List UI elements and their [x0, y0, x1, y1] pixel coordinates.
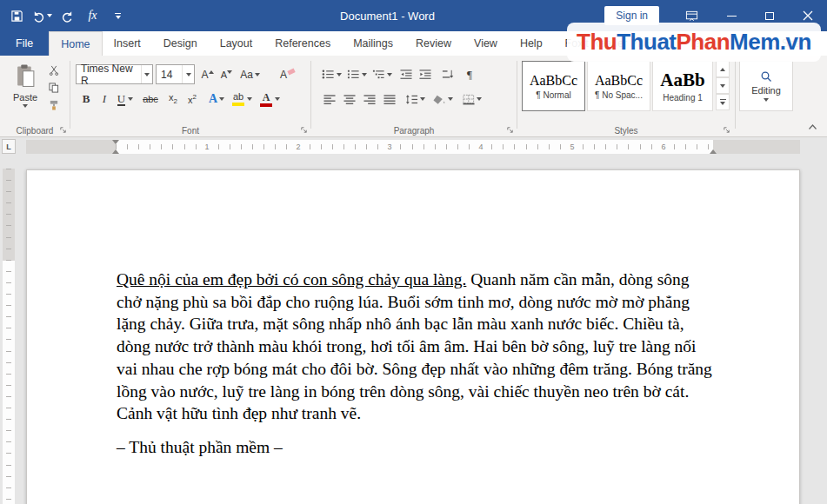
clipboard-dialog-launcher[interactable]: [57, 124, 68, 135]
align-right-button[interactable]: [360, 90, 378, 108]
tab-review[interactable]: Review: [404, 31, 463, 56]
maximize-icon: [765, 12, 774, 20]
numbering-button[interactable]: [345, 65, 369, 83]
font-color-button[interactable]: A: [257, 89, 283, 109]
justify-icon: [383, 94, 396, 105]
ruler-number: 4: [477, 142, 484, 152]
styles-gallery-more-button[interactable]: [716, 94, 730, 110]
tab-view[interactable]: View: [463, 31, 509, 56]
subscript-button[interactable]: x2: [164, 90, 182, 108]
tab-insert[interactable]: Insert: [103, 31, 152, 56]
bullets-button[interactable]: [320, 65, 343, 83]
shading-button[interactable]: [431, 90, 455, 108]
copy-icon: [49, 83, 59, 93]
left-indent-marker[interactable]: [112, 149, 119, 154]
text-effects-button[interactable]: A: [207, 90, 226, 108]
tab-file[interactable]: File: [0, 31, 49, 56]
ruler-number: 3: [385, 142, 393, 152]
font-size-value: 14: [161, 69, 172, 81]
line-spacing-button[interactable]: [403, 90, 426, 108]
show-paragraph-marks-button[interactable]: ¶: [461, 65, 478, 83]
ruler-number: 5: [568, 142, 576, 152]
redo-icon: [61, 10, 74, 23]
format-painter-button[interactable]: [45, 97, 63, 113]
style-no-spacing[interactable]: AaBbCc ¶ No Spac...: [587, 61, 650, 111]
superscript-icon: x2: [188, 93, 197, 105]
horizontal-ruler[interactable]: 1 2 3 4 5 6: [26, 140, 800, 154]
change-case-button[interactable]: Aa: [238, 65, 262, 83]
sort-button[interactable]: [438, 65, 457, 83]
clear-formatting-button[interactable]: A: [277, 65, 297, 83]
dropdown-arrow-icon: [141, 65, 152, 83]
style-preview: AaBb: [660, 70, 704, 91]
find-icon: [760, 70, 772, 83]
ruler-number: 1: [203, 142, 210, 152]
highlight-color-button[interactable]: ab: [230, 89, 255, 109]
paragraph-main[interactable]: Quê nội của em đẹp bởi có con sông chảy …: [117, 269, 717, 425]
signature-line[interactable]: – Thủ thuật phần mềm –: [117, 436, 717, 459]
borders-button[interactable]: [460, 90, 484, 108]
superscript-button[interactable]: x2: [183, 90, 201, 108]
font-dialog-launcher[interactable]: [298, 124, 309, 135]
save-button[interactable]: [5, 4, 29, 28]
vertical-ruler[interactable]: [3, 169, 15, 504]
first-line-indent-marker[interactable]: [112, 140, 119, 144]
tab-stop-selector[interactable]: L: [2, 139, 16, 154]
undo-button[interactable]: [30, 4, 54, 28]
paste-button[interactable]: Paste: [7, 60, 43, 117]
dropdown-arrow-icon: [764, 98, 769, 102]
dropdown-arrow-icon: [477, 97, 482, 101]
style-preview: AaBbCc: [595, 72, 643, 89]
ruler-number: 6: [659, 142, 667, 152]
align-center-icon: [343, 94, 356, 105]
font-family-combobox[interactable]: Times New R: [76, 64, 153, 84]
customize-qat-button[interactable]: [106, 4, 130, 28]
styles-dialog-launcher[interactable]: [721, 124, 731, 135]
strikethrough-button[interactable]: abc: [139, 90, 162, 108]
document-text[interactable]: Quê nội của em đẹp bởi có con sông chảy …: [117, 269, 717, 459]
dialog-launcher-icon: [723, 126, 730, 134]
watermark-part: Mem: [730, 29, 780, 56]
styles-scroll-down-button[interactable]: [716, 77, 730, 94]
bold-button[interactable]: B: [77, 90, 95, 108]
cut-button[interactable]: [45, 63, 63, 78]
decrease-indent-button[interactable]: [397, 65, 415, 83]
collapse-ribbon-button[interactable]: [804, 121, 820, 133]
italic-button[interactable]: I: [97, 90, 112, 108]
tab-help[interactable]: Help: [509, 31, 554, 56]
font-size-combobox[interactable]: 14: [156, 64, 195, 84]
paragraph-group: ¶: [311, 56, 517, 137]
paste-label: Paste: [13, 92, 37, 103]
ruler-text-area: 1 2 3 4 5 6: [116, 140, 713, 154]
align-center-button[interactable]: [340, 90, 358, 108]
document-page[interactable]: Quê nội của em đẹp bởi có con sông chảy …: [26, 169, 800, 504]
redo-button[interactable]: [56, 4, 79, 28]
increase-indent-button[interactable]: [417, 65, 434, 83]
right-indent-marker[interactable]: [710, 149, 717, 154]
editing-dropdown-button[interactable]: Editing: [739, 61, 793, 111]
shrink-font-button[interactable]: A: [217, 65, 236, 83]
multilevel-list-button[interactable]: [370, 65, 394, 83]
align-left-button[interactable]: [320, 90, 338, 108]
paragraph-dialog-launcher[interactable]: [504, 124, 515, 135]
style-heading-1[interactable]: AaBb Heading 1: [652, 61, 713, 111]
tab-references[interactable]: References: [263, 31, 342, 56]
style-normal[interactable]: AaBbCc ¶ Normal: [522, 61, 585, 111]
highlight-icon: ab: [232, 92, 244, 106]
tab-design[interactable]: Design: [152, 31, 209, 56]
fx-button[interactable]: fx: [81, 4, 104, 28]
styles-scroll-up-button[interactable]: [716, 61, 730, 77]
tab-home[interactable]: Home: [49, 31, 102, 56]
tab-mailings[interactable]: Mailings: [342, 31, 404, 56]
dialog-launcher-icon: [506, 126, 514, 134]
justify-button[interactable]: [380, 90, 398, 108]
grow-font-button[interactable]: A: [198, 65, 217, 83]
copy-button[interactable]: [45, 80, 63, 96]
more-icon: [720, 99, 726, 100]
close-icon: [803, 10, 813, 21]
ruler-bar: L 1 2 3 4 5 6: [0, 137, 827, 157]
subscript-icon: x2: [169, 92, 177, 105]
underline-button[interactable]: U: [114, 90, 137, 108]
tab-layout[interactable]: Layout: [209, 31, 264, 56]
decrease-indent-icon: [400, 69, 412, 80]
